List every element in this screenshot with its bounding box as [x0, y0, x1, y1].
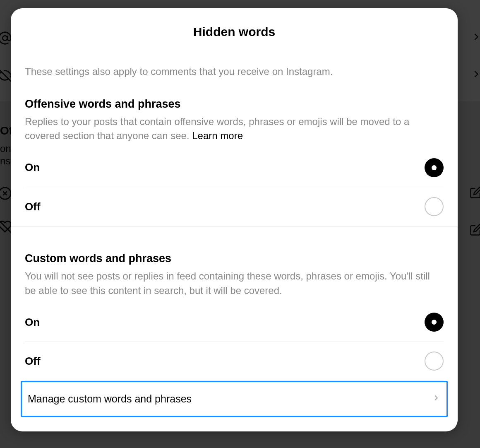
- radio-button-on[interactable]: [425, 158, 444, 177]
- edit-icon: [470, 186, 480, 200]
- eye-off-icon: [0, 68, 12, 84]
- custom-on-row[interactable]: On: [25, 303, 444, 342]
- modal-subtitle: These settings also apply to comments th…: [25, 65, 444, 79]
- offensive-off-row[interactable]: Off: [25, 187, 444, 226]
- modal-body: These settings also apply to comments th…: [11, 65, 458, 417]
- radio-button-on[interactable]: [425, 313, 444, 332]
- at-sign-icon: [0, 31, 12, 47]
- radio-label-on: On: [25, 161, 40, 174]
- manage-custom-words-button[interactable]: Manage custom words and phrases: [21, 381, 448, 417]
- chevron-right-icon: [470, 68, 480, 82]
- offensive-section: Offensive words and phrases Replies to y…: [25, 98, 444, 226]
- close-circle-icon: [0, 186, 12, 202]
- radio-button-off[interactable]: [425, 197, 444, 216]
- radio-label-on: On: [25, 316, 40, 329]
- learn-more-link[interactable]: Learn more: [192, 130, 243, 141]
- offensive-on-row[interactable]: On: [25, 148, 444, 187]
- heart-off-icon: [0, 219, 12, 235]
- background-text-fragment: on: [0, 143, 11, 154]
- custom-section-description: You will not see posts or replies in fee…: [25, 269, 444, 298]
- custom-section: Custom words and phrases You will not se…: [25, 252, 444, 417]
- edit-icon: [470, 224, 480, 238]
- section-gap: [25, 226, 444, 252]
- offensive-section-description: Replies to your posts that contain offen…: [25, 115, 444, 144]
- radio-label-off: Off: [25, 200, 41, 213]
- svg-point-0: [2, 36, 7, 40]
- custom-section-title: Custom words and phrases: [25, 252, 444, 265]
- radio-button-off[interactable]: [425, 352, 444, 371]
- manage-custom-words-label: Manage custom words and phrases: [28, 393, 192, 405]
- chevron-right-icon: [470, 31, 480, 44]
- custom-off-row[interactable]: Off: [25, 342, 444, 381]
- chevron-right-icon: [432, 393, 441, 404]
- modal-title: Hidden words: [11, 8, 458, 51]
- radio-label-off: Off: [25, 355, 41, 368]
- offensive-section-title: Offensive words and phrases: [25, 98, 444, 111]
- hidden-words-modal: Hidden words These settings also apply t…: [11, 8, 458, 431]
